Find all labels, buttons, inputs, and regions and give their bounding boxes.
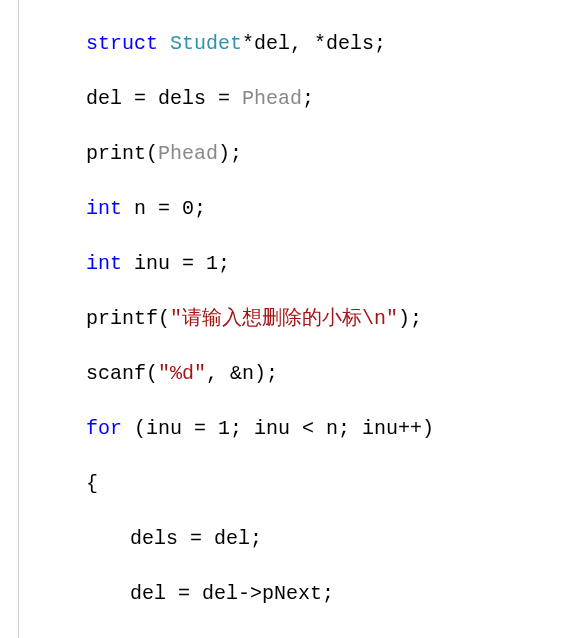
code-line: print(Phead);: [0, 140, 566, 168]
code-text: , &n);: [206, 362, 278, 385]
code-line: for (inu = 1; inu < n; inu++): [0, 415, 566, 443]
code-block: struct Studet*del, *dels; del = dels = P…: [0, 0, 566, 638]
string-literal: "请输入想删除的小标\n": [170, 307, 398, 330]
keyword-struct: struct: [86, 32, 158, 55]
code-line: }: [0, 635, 566, 639]
code-text: del = dels =: [86, 87, 242, 110]
keyword-int: int: [86, 252, 122, 275]
code-text: n = 0;: [122, 197, 206, 220]
code-line: int inu = 1;: [0, 250, 566, 278]
code-text: printf(: [86, 307, 170, 330]
type-name: Studet: [170, 32, 242, 55]
code-text: inu = 1;: [122, 252, 230, 275]
keyword-int: int: [86, 197, 122, 220]
code-line: dels = del;: [0, 525, 566, 553]
keyword-for: for: [86, 417, 122, 440]
code-line: scanf("%d", &n);: [0, 360, 566, 388]
code-text: del = del->pNext;: [130, 582, 334, 605]
code-text: );: [218, 142, 242, 165]
code-text: (inu = 1; inu < n; inu++): [122, 417, 434, 440]
string-literal: "%d": [158, 362, 206, 385]
code-text: scanf(: [86, 362, 158, 385]
code-text: );: [398, 307, 422, 330]
code-line: struct Studet*del, *dels;: [0, 30, 566, 58]
code-line: int n = 0;: [0, 195, 566, 223]
code-line: del = dels = Phead;: [0, 85, 566, 113]
code-line: printf("请输入想删除的小标\n");: [0, 305, 566, 333]
code-text: dels = del;: [130, 527, 262, 550]
identifier-phead: Phead: [158, 142, 218, 165]
code-text: print(: [86, 142, 158, 165]
brace-open: {: [86, 472, 98, 495]
code-text: *del, *dels;: [242, 32, 386, 55]
code-line: {: [0, 470, 566, 498]
code-line: del = del->pNext;: [0, 580, 566, 608]
identifier-phead: Phead: [242, 87, 302, 110]
code-text: ;: [302, 87, 314, 110]
